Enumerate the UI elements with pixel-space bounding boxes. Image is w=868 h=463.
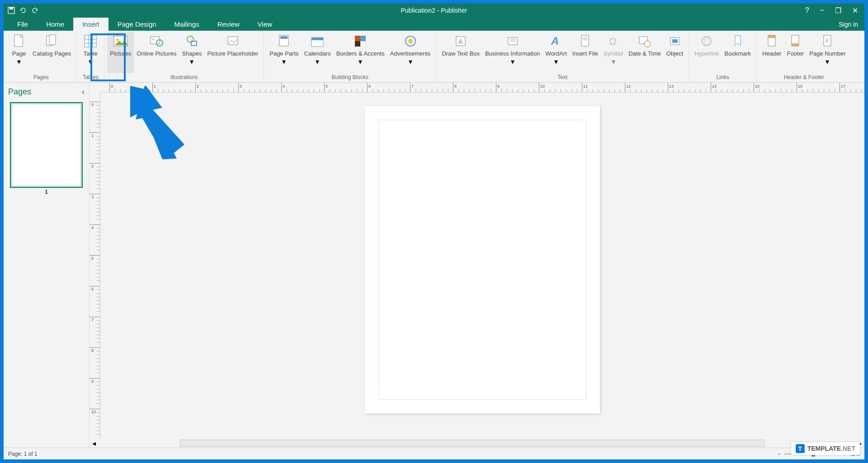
svg-point-13 <box>152 38 154 40</box>
tab-insert[interactable]: Insert <box>73 18 108 31</box>
tab-file[interactable]: File <box>8 18 37 31</box>
svg-point-42 <box>705 37 708 46</box>
wordart-icon: A <box>548 33 564 49</box>
collapse-panel-icon[interactable]: ‹ <box>82 87 85 97</box>
publication-page[interactable] <box>365 106 600 413</box>
svg-point-11 <box>116 38 119 41</box>
online-pictures-button[interactable]: Online Pictures <box>134 32 179 73</box>
catalog-pages-button[interactable]: Catalog Pages <box>30 32 74 73</box>
horizontal-ruler: 01234567891011121314151617 <box>100 83 864 93</box>
close-icon[interactable]: ✕ <box>852 6 858 15</box>
page-thumbnail-1[interactable] <box>10 102 83 188</box>
group-tables-label: Tables <box>83 73 99 82</box>
insert-file-button[interactable]: Insert File <box>570 32 601 73</box>
object-button[interactable]: Object <box>664 32 686 73</box>
table-button[interactable]: Table▾ <box>80 32 101 73</box>
save-icon[interactable] <box>7 6 15 14</box>
horizontal-scrollbar[interactable]: ◂▸ <box>90 439 864 448</box>
pictures-icon <box>113 33 128 49</box>
window-title: Publication2 - Publisher <box>401 7 467 14</box>
bizinfo-icon <box>505 33 520 49</box>
borders-accents-button[interactable]: Borders & Accents▾ <box>334 32 387 73</box>
table-icon <box>83 33 98 49</box>
page-parts-button[interactable]: Page Parts▾ <box>267 32 301 73</box>
object-icon <box>667 33 683 49</box>
svg-text:Ω: Ω <box>609 36 616 47</box>
document-canvas[interactable] <box>100 93 864 439</box>
bookmark-button[interactable]: Bookmark <box>722 32 754 73</box>
svg-rect-1 <box>9 7 13 9</box>
svg-rect-33 <box>581 35 589 46</box>
pages-panel: Pages ‹ 1 <box>4 83 90 448</box>
tab-page-design[interactable]: Page Design <box>108 18 165 31</box>
date-time-button[interactable]: Date & Time <box>626 32 664 73</box>
ribbon-tabs: File Home Insert Page Design Mailings Re… <box>4 17 864 31</box>
svg-rect-44 <box>768 35 775 38</box>
symbol-button[interactable]: Ω Symbol▾ <box>601 32 626 73</box>
tab-home[interactable]: Home <box>37 18 73 31</box>
svg-rect-46 <box>792 43 799 46</box>
svg-rect-5 <box>85 35 96 47</box>
bookmark-icon <box>730 33 745 49</box>
svg-rect-4 <box>49 35 56 45</box>
svg-point-41 <box>702 37 711 46</box>
page-parts-icon <box>276 33 292 49</box>
zoom-out-button[interactable]: − <box>778 451 781 457</box>
vertical-ruler: 01234567891011 <box>90 93 100 439</box>
header-icon <box>764 33 779 49</box>
group-text-label: Text <box>557 73 567 82</box>
footer-button[interactable]: Footer <box>784 32 807 73</box>
textbox-icon: A <box>453 33 468 49</box>
advertisements-button[interactable]: Advertisements▾ <box>387 32 434 73</box>
svg-rect-19 <box>280 36 288 39</box>
business-info-button[interactable]: Business Information▾ <box>482 32 542 73</box>
svg-rect-40 <box>672 39 678 43</box>
borders-icon <box>353 33 368 49</box>
sign-in-link[interactable]: Sign in <box>832 18 864 31</box>
insert-file-icon <box>577 33 593 49</box>
svg-rect-24 <box>355 41 360 47</box>
header-button[interactable]: Header <box>760 32 784 73</box>
group-illustrations-label: Illustrations <box>170 73 198 82</box>
tab-review[interactable]: Review <box>208 18 249 31</box>
titlebar: Publication2 - Publisher ? − ❐ ✕ <box>4 4 864 17</box>
help-icon[interactable]: ? <box>805 6 809 15</box>
svg-rect-23 <box>360 36 366 41</box>
svg-rect-17 <box>228 37 238 45</box>
watermark: T TEMPLATE.NET <box>791 442 860 455</box>
svg-point-38 <box>644 41 651 47</box>
page-button[interactable]: Page▾ <box>8 32 30 73</box>
minimize-icon[interactable]: − <box>820 6 824 15</box>
group-pages-label: Pages <box>33 73 49 82</box>
hyperlink-icon <box>699 33 714 49</box>
placeholder-icon <box>225 33 241 49</box>
pictures-button[interactable]: Pictures <box>107 32 134 73</box>
wordart-button[interactable]: A WordArt▾ <box>542 32 569 73</box>
svg-text:#: # <box>826 37 829 44</box>
tab-view[interactable]: View <box>249 18 281 31</box>
group-hf-label: Header & Footer <box>784 73 824 82</box>
page-thumb-number: 1 <box>10 188 83 195</box>
undo-icon[interactable] <box>19 6 27 14</box>
online-pictures-icon <box>149 33 164 49</box>
svg-text:A: A <box>551 35 559 47</box>
pages-panel-title: Pages <box>8 87 31 97</box>
shapes-button[interactable]: Shapes▾ <box>179 32 204 73</box>
statusbar: Page: 1 of 1 − + 45% <box>4 448 864 459</box>
calendars-button[interactable]: Calendars▾ <box>302 32 334 73</box>
date-time-icon <box>637 33 652 49</box>
ads-icon <box>403 33 418 49</box>
svg-rect-21 <box>311 37 323 40</box>
symbol-icon: Ω <box>606 33 621 49</box>
page-number-button[interactable]: # Page Number▾ <box>807 32 848 73</box>
picture-placeholder-button[interactable]: Picture Placeholder <box>205 32 261 73</box>
tab-mailings[interactable]: Mailings <box>165 18 208 31</box>
ribbon: Page▾ Catalog Pages Pages Table▾ Tables <box>4 31 864 83</box>
draw-text-box-button[interactable]: A Draw Text Box <box>439 32 482 73</box>
hyperlink-button[interactable]: Hyperlink <box>692 32 722 73</box>
maximize-icon[interactable]: ❐ <box>835 6 841 15</box>
group-blocks-label: Building Blocks <box>332 73 368 82</box>
page-indicator[interactable]: Page: 1 of 1 <box>8 451 38 457</box>
calendar-icon <box>310 33 325 49</box>
redo-icon[interactable] <box>31 6 39 14</box>
